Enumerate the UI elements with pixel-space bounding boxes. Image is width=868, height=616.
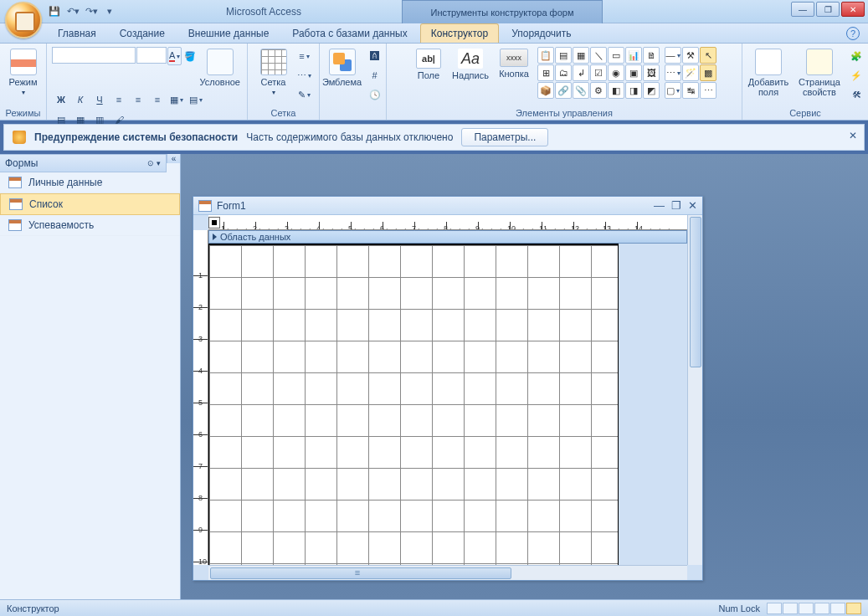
- design-grid[interactable]: [208, 244, 619, 573]
- select-tool2[interactable]: ▩: [700, 64, 716, 81]
- qat-save-icon[interactable]: 💾: [47, 4, 62, 19]
- tab-order[interactable]: ↹: [682, 82, 699, 99]
- view-design[interactable]: [846, 603, 861, 614]
- qat-redo-icon[interactable]: ↷▾: [84, 4, 99, 19]
- detail-section-header[interactable]: Область данных: [208, 230, 687, 244]
- control-wizards[interactable]: 🪄: [682, 64, 699, 81]
- ctl-unboundobj[interactable]: 📦: [537, 82, 554, 99]
- align-right-button[interactable]: ≡: [148, 90, 167, 109]
- form-restore-icon[interactable]: ❐: [671, 199, 681, 212]
- line-width-split[interactable]: ≡: [295, 47, 314, 65]
- tab-external[interactable]: Внешние данные: [177, 23, 280, 43]
- ctl-combobox[interactable]: 📋: [537, 47, 554, 64]
- nav-item[interactable]: Успеваемость: [0, 215, 180, 236]
- view-layout[interactable]: [830, 603, 845, 614]
- office-orb-button[interactable]: [5, 2, 42, 38]
- line-style-split[interactable]: ⋯: [295, 66, 314, 85]
- tab-home[interactable]: Главная: [47, 23, 107, 43]
- security-params-button[interactable]: Параметры...: [461, 128, 548, 146]
- minimize-button[interactable]: —: [791, 2, 814, 17]
- ctl-boundobj[interactable]: 🗎: [643, 47, 660, 64]
- fill-color-split[interactable]: ▦: [167, 90, 186, 109]
- align-left-button[interactable]: ≡: [110, 90, 128, 109]
- font-family-select[interactable]: [52, 47, 136, 64]
- view-datasheet[interactable]: [783, 603, 798, 614]
- nav-header[interactable]: Формы ⊙ ▾: [0, 154, 167, 172]
- bold-button[interactable]: Ж: [52, 90, 70, 109]
- view-pivottable[interactable]: [799, 603, 814, 614]
- nav-collapse-button[interactable]: «: [167, 154, 180, 163]
- fill-bucket-icon[interactable]: 🪣: [182, 47, 197, 65]
- ctl-checkbox[interactable]: ☑: [590, 64, 607, 81]
- font-size-select[interactable]: [136, 47, 167, 64]
- horizontal-ruler[interactable]: 1234567891011121314: [208, 215, 687, 230]
- line-type-split[interactable]: ⋯: [665, 64, 681, 81]
- ctl-more2[interactable]: ◨: [625, 82, 642, 99]
- grid-button[interactable]: Сетка ▾: [254, 47, 294, 98]
- ctl-attachment[interactable]: 📎: [573, 82, 589, 99]
- title-icon[interactable]: 🅰: [366, 47, 384, 65]
- macro-icon[interactable]: ⚡: [847, 66, 865, 85]
- font-color-split[interactable]: A: [167, 47, 182, 65]
- help-button[interactable]: ?: [846, 27, 860, 40]
- nav-item[interactable]: Список: [0, 193, 180, 215]
- nav-item[interactable]: Личные данные: [0, 172, 180, 193]
- italic-button[interactable]: К: [71, 90, 90, 109]
- textbox-control[interactable]: ab| Поле: [412, 47, 445, 82]
- security-close-icon[interactable]: ✕: [849, 130, 857, 141]
- page-num-icon[interactable]: #: [366, 66, 384, 85]
- emblem-button[interactable]: Эмблема: [322, 47, 362, 89]
- add-fields-button[interactable]: Добавить поля: [745, 47, 792, 99]
- ctl-hyperlink[interactable]: 🔗: [555, 82, 572, 99]
- ctl-pagebreak[interactable]: ↲: [573, 64, 589, 81]
- ctl-toggle[interactable]: ⊞: [537, 64, 554, 81]
- code-icon[interactable]: 🧩: [847, 47, 865, 65]
- ctl-optiongroup[interactable]: ▣: [625, 64, 642, 81]
- tab-arrange[interactable]: Упорядочить: [501, 23, 582, 43]
- ctl-option[interactable]: ◉: [608, 64, 624, 81]
- ctl-rect[interactable]: ▭: [608, 47, 624, 64]
- ctl-more3[interactable]: ◩: [643, 82, 660, 99]
- ctl-tab[interactable]: 🗂: [555, 64, 572, 81]
- property-sheet-button[interactable]: Страница свойств: [795, 47, 844, 99]
- select-all-box[interactable]: [208, 217, 220, 228]
- view-pivotchart[interactable]: [814, 603, 829, 614]
- date-time-icon[interactable]: 🕓: [366, 85, 384, 104]
- set-defaults[interactable]: ⚒: [682, 47, 699, 64]
- vertical-ruler[interactable]: 12345678910: [193, 230, 208, 565]
- form-vertical-scrollbar[interactable]: [687, 215, 702, 565]
- form-horizontal-scrollbar[interactable]: [208, 565, 687, 580]
- form-close-icon[interactable]: ✕: [688, 199, 697, 212]
- select-tool[interactable]: ↖: [700, 47, 716, 64]
- ctl-activex[interactable]: ⚙: [590, 82, 607, 99]
- ctl-image[interactable]: 🖼: [643, 64, 660, 81]
- nav-dropdown-icon[interactable]: ⊙ ▾: [147, 159, 161, 167]
- conditional-button[interactable]: Условное: [198, 47, 242, 89]
- align-center-button[interactable]: ≡: [129, 90, 147, 109]
- close-button[interactable]: ✕: [841, 2, 865, 17]
- button-control[interactable]: xxxx Кнопка: [496, 47, 532, 80]
- line-color-split[interactable]: ✎: [295, 85, 314, 104]
- ctl-more1[interactable]: ◧: [608, 82, 624, 99]
- form-window-titlebar[interactable]: Form1 — ❐ ✕: [193, 197, 702, 215]
- maximize-button[interactable]: ❐: [816, 2, 840, 17]
- alt-fill-split[interactable]: ▤: [187, 90, 205, 109]
- v-scroll-thumb[interactable]: [690, 217, 701, 367]
- ctl-line[interactable]: ＼: [590, 47, 607, 64]
- ctl-chart[interactable]: 📊: [625, 47, 642, 64]
- ctl-subform[interactable]: ▦: [573, 47, 589, 64]
- qat-undo-icon[interactable]: ↶▾: [65, 4, 80, 19]
- label-control[interactable]: Aa Надпись: [450, 47, 490, 82]
- ctl-listbox[interactable]: ▤: [555, 47, 572, 64]
- convert-icon[interactable]: 🛠: [847, 85, 865, 104]
- qat-customize-icon[interactable]: ▾: [102, 4, 117, 19]
- more-controls[interactable]: ⋯: [700, 82, 716, 99]
- h-scroll-thumb[interactable]: [210, 567, 511, 579]
- tab-dbwork[interactable]: Работа с базами данных: [281, 23, 418, 43]
- underline-button[interactable]: Ч: [90, 90, 109, 109]
- special-effect-split[interactable]: ▢: [665, 82, 681, 99]
- view-form[interactable]: [767, 603, 782, 614]
- tab-designer[interactable]: Конструктор: [420, 23, 499, 43]
- line-thickness-split[interactable]: —: [665, 47, 681, 64]
- view-button[interactable]: Режим ▾: [3, 47, 44, 98]
